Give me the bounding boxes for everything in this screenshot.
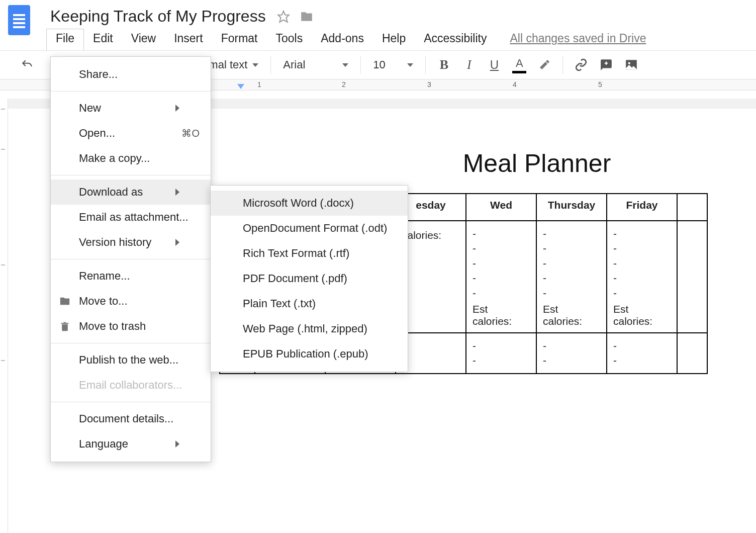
document-title[interactable]: Keeping Track of My Progress [48, 6, 268, 27]
dash: - [543, 271, 600, 285]
table-cell[interactable]: - - - - - Est calories: [536, 221, 607, 333]
dash: - [613, 353, 671, 368]
toolbar-separator [270, 56, 271, 74]
caret-down-icon [252, 63, 258, 67]
font-size-value: 10 [373, 58, 385, 71]
download-rtf[interactable]: Rich Text Format (.rtf) [211, 241, 408, 266]
save-status[interactable]: All changes saved in Drive [510, 29, 646, 50]
dash: - [613, 271, 671, 285]
submenu-arrow-icon [175, 189, 200, 196]
menu-move-trash[interactable]: Move to trash [51, 314, 211, 339]
file-menu-dropdown: Share... New Open... ⌘O Make a copy... D… [50, 56, 211, 462]
italic-button[interactable]: I [458, 55, 480, 75]
menu-insert[interactable]: Insert [165, 29, 212, 50]
table-cell[interactable]: - - - - - Est calories: [466, 221, 536, 333]
est-label: Est calories: [613, 303, 671, 327]
menu-trash-label: Move to trash [79, 320, 146, 333]
highlight-button[interactable] [533, 55, 555, 75]
menu-edit[interactable]: Edit [84, 29, 122, 50]
insert-link-button[interactable] [570, 55, 592, 75]
dash: - [543, 286, 600, 300]
add-comment-button[interactable] [595, 55, 617, 75]
bold-button[interactable]: B [433, 55, 455, 75]
dash: - [472, 286, 530, 300]
dash: - [613, 226, 671, 241]
table-cell[interactable]: - - - - - Est calories: [607, 221, 677, 333]
menu-rename[interactable]: Rename... [51, 263, 211, 289]
menu-email-attachment[interactable]: Email as attachment... [51, 205, 211, 230]
toolbar-separator [360, 56, 361, 74]
table-cell[interactable]: - - [466, 333, 536, 374]
table-cell[interactable] [677, 333, 707, 374]
menu-tools[interactable]: Tools [267, 29, 312, 50]
submenu-arrow-icon [175, 440, 200, 448]
text-color-button[interactable]: A [508, 55, 530, 75]
menu-accessibility[interactable]: Accessibility [415, 29, 496, 50]
menu-language[interactable]: Language [51, 431, 211, 457]
outline-mark [1, 360, 5, 361]
dash: - [402, 353, 459, 368]
table-cell[interactable]: - - [607, 333, 677, 374]
outline-mark [1, 264, 5, 265]
font-select[interactable]: Arial [278, 58, 353, 71]
dash: - [402, 338, 459, 353]
menu-move-to[interactable]: Move to... [51, 289, 211, 314]
dash: - [613, 241, 671, 255]
folder-icon[interactable] [299, 10, 314, 23]
menu-publish[interactable]: Publish to the web... [51, 347, 211, 373]
caret-down-icon [342, 63, 348, 67]
table-header: Wed [466, 194, 536, 221]
table-header [677, 194, 707, 221]
docs-logo-icon[interactable] [8, 5, 30, 35]
undo-button[interactable] [16, 55, 38, 75]
download-epub[interactable]: EPUB Publication (.epub) [211, 341, 408, 367]
dash: - [472, 241, 530, 255]
table-cell[interactable]: - - [536, 333, 607, 374]
table-header: Thursday [536, 194, 607, 221]
menu-file[interactable]: File [46, 29, 84, 50]
menu-view[interactable]: View [122, 29, 165, 50]
font-select-value: Arial [283, 58, 305, 71]
title-row: Keeping Track of My Progress [48, 5, 646, 27]
folder-icon [59, 295, 71, 307]
menu-open-shortcut: ⌘O [161, 127, 200, 139]
menu-version-label: Version history [79, 236, 151, 249]
dash: - [543, 226, 600, 241]
ruler-number: 2 [342, 80, 346, 88]
menu-email-collaborators: Email collaborators... [51, 373, 211, 398]
dash: - [613, 338, 671, 353]
menu-version-history[interactable]: Version history [51, 230, 211, 255]
insert-image-button[interactable] [620, 55, 642, 75]
indent-marker-icon[interactable] [237, 84, 244, 89]
dash: - [472, 256, 530, 271]
toolbar-separator [425, 56, 426, 74]
download-docx[interactable]: Microsoft Word (.docx) [211, 191, 408, 216]
menu-addons[interactable]: Add-ons [312, 29, 373, 50]
dash: - [543, 241, 600, 255]
menu-make-copy[interactable]: Make a copy... [51, 146, 211, 171]
menu-download-as[interactable]: Download as [51, 180, 211, 205]
menu-share[interactable]: Share... [51, 62, 211, 87]
ruler-number: 5 [598, 80, 602, 88]
outline-mark [1, 109, 5, 110]
download-txt[interactable]: Plain Text (.txt) [211, 291, 408, 316]
header-column: Keeping Track of My Progress File Edit V… [48, 5, 646, 50]
text-color-letter: A [516, 57, 523, 70]
font-size-select[interactable]: 10 [368, 58, 418, 71]
table-cell[interactable] [677, 221, 707, 333]
menu-help[interactable]: Help [373, 29, 415, 50]
download-odt[interactable]: OpenDocument Format (.odt) [211, 216, 408, 241]
menu-new[interactable]: New [51, 96, 211, 121]
caret-down-icon [407, 63, 413, 67]
menu-format[interactable]: Format [212, 29, 267, 50]
trash-icon [59, 320, 71, 332]
download-html[interactable]: Web Page (.html, zipped) [211, 316, 408, 341]
star-icon[interactable] [277, 10, 290, 23]
text-color-swatch [512, 71, 526, 73]
paragraph-style-value: rmal text [205, 58, 247, 71]
download-pdf[interactable]: PDF Document (.pdf) [211, 266, 408, 291]
dash: - [543, 353, 600, 368]
underline-button[interactable]: U [483, 55, 505, 75]
menu-document-details[interactable]: Document details... [51, 406, 211, 431]
menu-open[interactable]: Open... ⌘O [51, 121, 211, 146]
